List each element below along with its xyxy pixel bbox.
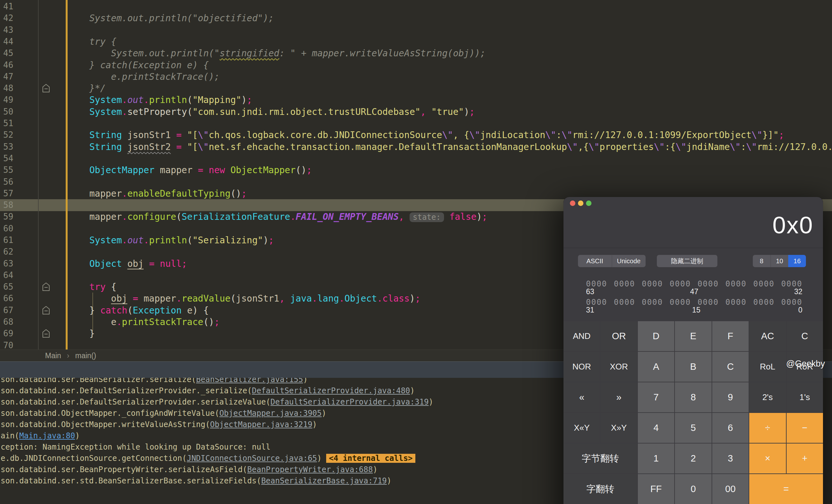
calc-key-00[interactable]: 00 [712,474,749,504]
line-number[interactable]: 49 [3,94,29,106]
line-number[interactable]: 58 [3,199,29,211]
calc-key-=[interactable]: = [749,474,823,504]
fold-marker-icon[interactable] [42,329,50,338]
calc-key-−[interactable]: − [787,413,823,443]
calc-key-4[interactable]: 4 [638,413,674,443]
calc-key-8[interactable]: 8 [675,382,711,412]
line-number[interactable]: 56 [3,176,29,188]
bit-nibble[interactable]: 0000 [697,298,719,307]
calc-key-9[interactable]: 9 [712,382,749,412]
calc-key-2[interactable]: 2 [675,444,711,473]
calc-key-FF[interactable]: FF [638,474,674,504]
line-number[interactable]: 60 [3,223,29,235]
stack-trace-link[interactable]: DefaultSerializerProvider.java:319 [270,397,428,406]
line-number[interactable]: 70 [3,340,29,349]
calc-key-1's[interactable]: 1's [787,382,823,412]
calc-key-RoL[interactable]: RoL [749,352,786,382]
calc-key-X«Y[interactable]: X«Y [564,413,600,443]
line-number[interactable]: 51 [3,117,29,129]
line-number[interactable]: 59 [3,211,29,223]
close-window-icon[interactable] [570,201,575,206]
bit-nibble[interactable]: 0000 [642,298,663,307]
bit-nibble[interactable]: 0000 [586,280,607,288]
calc-key-+[interactable]: + [787,444,823,473]
calc-key-5[interactable]: 5 [675,413,711,443]
line-number[interactable]: 54 [3,153,29,164]
bit-nibble[interactable]: 0000 [586,298,607,307]
calc-key-2's[interactable]: 2's [749,382,786,412]
line-number[interactable]: 43 [3,24,29,36]
zoom-window-icon[interactable] [586,201,592,206]
bit-nibble[interactable]: 0000 [781,280,802,288]
calc-key-AC[interactable]: AC [749,321,786,351]
calc-key-6[interactable]: 6 [712,413,749,443]
stack-trace-link[interactable]: JNDIConnectionSource.java:65 [187,454,317,463]
calc-key-A[interactable]: A [638,352,674,382]
calc-key-1[interactable]: 1 [638,444,674,473]
line-number[interactable]: 41 [3,1,29,12]
breadcrumb-item-method[interactable]: main() [75,351,96,360]
line-number[interactable]: 69 [3,328,29,340]
calc-key-3[interactable]: 3 [712,444,749,473]
calc-key-OR[interactable]: OR [600,321,637,351]
unicode-button[interactable]: Unicode [612,255,646,267]
line-number[interactable]: 67 [3,304,29,316]
base-8-button[interactable]: 8 [753,255,771,267]
base-16-button[interactable]: 16 [788,255,806,267]
calc-key-7[interactable]: 7 [638,382,674,412]
calc-key-X»Y[interactable]: X»Y [600,413,637,443]
binary-bits-row[interactable]: 00000000000000000000000000000000 [586,280,802,288]
fold-marker-icon[interactable] [42,84,50,93]
line-number[interactable]: 65 [3,281,29,293]
line-number[interactable]: 52 [3,129,29,141]
calc-key-字翻转[interactable]: 字翻转 [564,474,637,504]
line-number[interactable]: 47 [3,71,29,83]
binary-bits-row[interactable]: 00000000000000000000000000000000 [586,298,802,307]
line-number[interactable]: 62 [3,246,29,258]
stack-trace-link[interactable]: ObjectMapper.java:3219 [210,420,312,429]
line-number[interactable]: 44 [3,36,29,48]
calc-key-C[interactable]: C [787,321,823,351]
calc-key-0[interactable]: 0 [675,474,711,504]
bit-nibble[interactable]: 0000 [642,280,663,288]
bit-nibble[interactable]: 0000 [753,280,775,288]
calc-key-AND[interactable]: AND [564,321,600,351]
stack-trace-link[interactable]: Main.java:80 [19,431,75,440]
line-number[interactable]: 50 [3,106,29,118]
stack-trace-link[interactable]: DefaultSerializerProvider.java:480 [252,386,410,395]
bit-nibble[interactable]: 0000 [670,298,691,307]
bit-nibble[interactable]: 0000 [781,298,802,307]
calc-key-C[interactable]: C [712,352,749,382]
calc-key-»[interactable]: » [600,382,637,412]
base-10-button[interactable]: 10 [771,255,788,267]
line-number[interactable]: 42 [3,12,29,24]
stack-trace-link[interactable]: BeanSerializerBase.java:719 [261,476,387,485]
bit-nibble[interactable]: 0000 [614,280,635,288]
line-number[interactable]: 61 [3,234,29,246]
calc-key-×[interactable]: × [749,444,786,473]
bit-nibble[interactable]: 0000 [614,298,635,307]
hide-binary-button[interactable]: 隐藏二进制 [657,255,718,267]
stack-trace-link[interactable]: ObjectMapper.java:3905 [219,409,322,418]
calc-key-E[interactable]: E [675,321,711,351]
bit-nibble[interactable]: 0000 [670,280,691,288]
ascii-button[interactable]: ASCII [578,255,612,267]
calc-key-÷[interactable]: ÷ [749,413,786,443]
calc-key-XOR[interactable]: XOR [600,352,637,382]
line-number[interactable]: 66 [3,293,29,304]
bit-nibble[interactable]: 0000 [725,298,747,307]
breadcrumb-item-class[interactable]: Main [45,351,61,360]
fold-marker-icon[interactable] [42,306,50,315]
fold-marker-icon[interactable] [42,283,50,291]
minimize-window-icon[interactable] [578,201,583,206]
bit-nibble[interactable]: 0000 [725,280,747,288]
bit-nibble[interactable]: 0000 [697,280,719,288]
line-number[interactable]: 63 [3,258,29,270]
line-number[interactable]: 45 [3,47,29,59]
calc-key-NOR[interactable]: NOR [564,352,600,382]
calc-key-«[interactable]: « [564,382,600,412]
internal-calls-badge[interactable]: <4 internal calls> [326,454,415,463]
line-number[interactable]: 48 [3,82,29,94]
line-number[interactable]: 53 [3,141,29,153]
calc-key-字节翻转[interactable]: 字节翻转 [564,444,637,473]
